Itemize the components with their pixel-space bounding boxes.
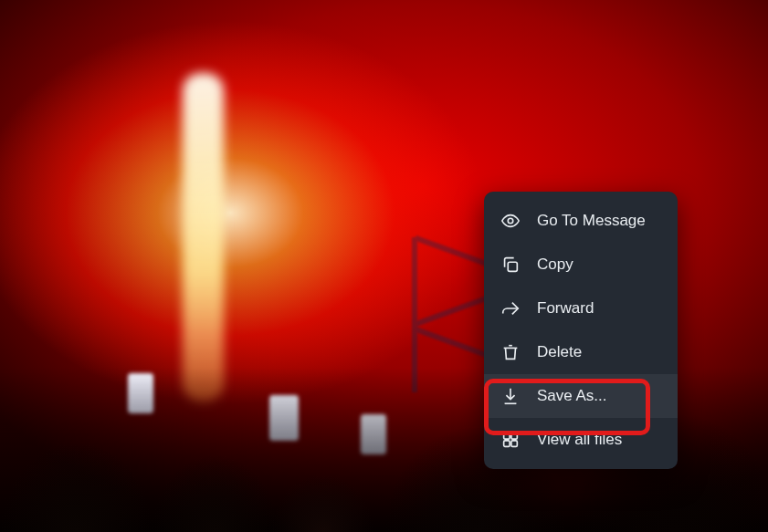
context-menu: Go To Message Copy Forward Delete Save A: [484, 192, 678, 469]
svg-rect-1: [508, 262, 517, 271]
media-background: Go To Message Copy Forward Delete Save A: [0, 0, 768, 532]
menu-item-go-to-message[interactable]: Go To Message: [484, 199, 678, 243]
menu-item-label: View all files: [537, 431, 661, 449]
menu-item-label: Save As...: [537, 387, 661, 405]
trash-icon: [500, 342, 521, 362]
menu-item-delete[interactable]: Delete: [484, 330, 678, 374]
svg-rect-4: [504, 441, 510, 446]
eye-icon: [500, 211, 521, 231]
menu-item-label: Go To Message: [537, 212, 661, 230]
svg-rect-5: [511, 441, 517, 446]
forward-arrow-icon: [500, 298, 521, 318]
menu-item-forward[interactable]: Forward: [484, 287, 678, 330]
menu-item-label: Copy: [537, 256, 661, 274]
menu-item-label: Forward: [537, 299, 661, 318]
svg-rect-2: [504, 433, 510, 439]
menu-item-view-all-files[interactable]: View all files: [484, 418, 678, 462]
stage-flare: [183, 73, 224, 402]
menu-item-save-as[interactable]: Save As...: [484, 374, 678, 418]
copy-icon: [500, 255, 521, 275]
svg-rect-3: [511, 433, 517, 439]
grid-icon: [500, 430, 521, 450]
svg-point-0: [508, 218, 513, 224]
download-icon: [500, 386, 521, 406]
menu-item-label: Delete: [537, 343, 661, 361]
menu-item-copy[interactable]: Copy: [484, 243, 678, 287]
